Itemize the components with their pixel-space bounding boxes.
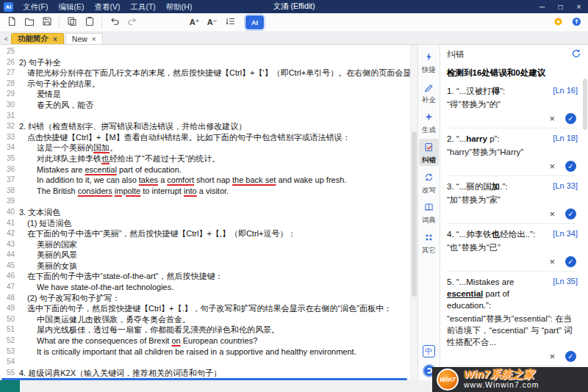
refresh-button[interactable] — [571, 48, 581, 61]
side-tab-quick[interactable]: 快捷 — [419, 48, 439, 76]
editor-line[interactable]: 35对此球队主帅李铁也经给出了“不超过十天”的统计。 — [0, 153, 410, 164]
quote-segment: 4. “...帅李铁 — [447, 230, 492, 239]
close-button[interactable]: × — [570, 0, 588, 13]
maximize-button[interactable]: □ — [551, 0, 570, 13]
error-quote: 1. “...汉被打得”: — [447, 85, 550, 97]
correction-item-head: 3. “...丽的国加.”:[Ln 33] — [447, 181, 578, 192]
editor-line[interactable]: 51屋内光线极佳，透过每一扇窗，你都能看见漂亮的绿色和伦的风景。 — [0, 324, 410, 335]
scrollbar-thumb[interactable] — [412, 131, 417, 297]
editor-line[interactable]: 37In addition to it, we can also takes a… — [0, 175, 410, 186]
editor-line[interactable]: 28示句子补全的结果。 — [0, 79, 410, 90]
correction-item-head: 4. “...帅李铁也经给出..”:[Ln 34] — [447, 228, 578, 240]
editor-line[interactable]: 554. 超级词典K2X（输入关键词，推荐相关的词语和句子） — [0, 368, 410, 379]
editor-line[interactable]: 43美丽的国家 — [0, 239, 410, 250]
editor-line[interactable]: 33点击快捷键【Ctrl】+【M】查看自动纠错结果。比如下面的句子中包含错别字或… — [0, 132, 410, 143]
open-folder-icon — [24, 16, 35, 29]
redo-button[interactable] — [124, 15, 140, 30]
menu-help[interactable]: 帮助(H) — [161, 0, 198, 13]
editor-line[interactable]: 41(1) 短语润色 — [0, 218, 410, 229]
editor-line[interactable]: 262) 句子补全 — [0, 57, 410, 68]
editor-line[interactable]: 50中国奥运健儿击败强敌，勇夺冬奥会首金。 — [0, 314, 410, 325]
reject-button[interactable]: × — [549, 352, 555, 361]
paste-button[interactable] — [82, 15, 97, 30]
line-text: In addition to it, we can also takes a c… — [37, 175, 346, 186]
menu-tools[interactable]: 工具(T) — [125, 0, 160, 13]
panel-scrollbar-thumb[interactable] — [583, 79, 587, 130]
editor-line[interactable]: 31 — [0, 111, 410, 122]
tab-close-icon[interactable]: × — [92, 35, 96, 43]
reject-button[interactable]: × — [549, 161, 555, 171]
theme-button[interactable] — [551, 15, 566, 30]
line-link[interactable]: [Ln 35] — [553, 277, 578, 311]
accept-button[interactable]: ✓ — [565, 351, 576, 362]
quote-segment: 经给出..”: — [500, 230, 535, 239]
side-tab-other[interactable]: 其它 — [419, 229, 439, 256]
editor-line[interactable]: 38The British considers impolte to inter… — [0, 186, 410, 197]
line-number: 43 — [0, 239, 15, 250]
side-tab-rewrite[interactable]: 改写 — [419, 169, 439, 196]
undo-button[interactable] — [107, 15, 122, 30]
editor-line[interactable]: 45美丽的女孩 — [0, 261, 410, 272]
menu-edit[interactable]: 编辑(E) — [53, 0, 89, 13]
line-number: 25 — [0, 46, 15, 57]
line-link[interactable]: [Ln 18] — [553, 134, 578, 145]
tab-scroll-left-button[interactable]: < — [1, 33, 11, 44]
accept-button[interactable]: ✓ — [565, 208, 576, 219]
editor[interactable]: 25262) 句子补全27请把光标分别停在下面几行文本的末尾，然后按快捷键【Ct… — [0, 45, 410, 380]
correction-item: 2. “...harry p”:[Ln 18]“harry”替换为“Harry”… — [447, 128, 578, 176]
side-tab-dictionary[interactable]: 词典 — [419, 199, 439, 226]
reject-button[interactable]: × — [549, 114, 555, 123]
editor-line[interactable]: 52What are the consequences of Brexit on… — [0, 335, 410, 346]
editor-line[interactable]: 34这是一个美丽的国加。 — [0, 142, 410, 153]
editor-line[interactable]: 48(2) 句子改写和句子扩写： — [0, 293, 410, 304]
editor-line[interactable]: 29爱情是 — [0, 89, 410, 100]
font-increase-button[interactable]: A⁺ — [187, 15, 202, 30]
font-decrease-button[interactable]: A⁻ — [204, 15, 220, 30]
open-file-button[interactable] — [21, 15, 37, 30]
reject-button[interactable]: × — [549, 209, 555, 219]
editor-line[interactable]: 322. 纠错（检查错别字、拼写错误和语法错误，并给出修改建议） — [0, 121, 410, 132]
new-file-button[interactable] — [4, 15, 19, 30]
line-spacing-button[interactable] — [222, 15, 237, 30]
editor-line[interactable]: 30春天的风，能否 — [0, 100, 410, 111]
line-link[interactable]: [Ln 34] — [553, 229, 578, 240]
editor-line[interactable]: 47We have state-of-the-art technologies. — [0, 282, 410, 293]
minimize-button[interactable]: ─ — [533, 0, 551, 13]
editor-line[interactable]: 27请把光标分别停在下面几行文本的末尾，然后按快捷键【Ctrl】+【'】（即Ct… — [0, 68, 410, 79]
editor-line[interactable]: 42在下面的句子中选中“美丽”，然后按快捷键【Ctrl】+【,】（即Ctrl+逗… — [0, 228, 410, 239]
side-tab-generate[interactable]: 生成 — [419, 109, 439, 136]
line-link[interactable]: [Ln 33] — [553, 181, 578, 192]
tab-feature-intro[interactable]: 功能简介 × — [11, 33, 64, 44]
update-button[interactable] — [569, 15, 584, 30]
editor-line[interactable]: 46在下面的句子中选中“state-of-the-art”，然后按快捷键： — [0, 271, 410, 282]
editor-line[interactable]: 54 — [0, 357, 410, 368]
window-controls: ─ □ × — [533, 0, 588, 13]
line-text: 4. 超级词典K2X（输入关键词，推荐相关的词语和句子） — [19, 368, 221, 379]
editor-line[interactable]: 25 — [0, 46, 410, 57]
line-number: 40 — [0, 207, 15, 218]
editor-line[interactable]: 403. 文本润色 — [0, 207, 410, 218]
side-tab-correct[interactable]: 纠错 — [419, 139, 439, 166]
save-button[interactable] — [39, 15, 54, 30]
text-segment: 选中下面的句子，然后按快捷键【Ctrl】+【.】，句子改写和扩写的结果会显示在右… — [27, 304, 392, 313]
line-number: 46 — [0, 271, 15, 282]
editor-line[interactable]: 49选中下面的句子，然后按快捷键【Ctrl】+【.】，句子改写和扩写的结果会显示… — [0, 303, 410, 314]
editor-line[interactable]: 53It is critically important that all ch… — [0, 346, 410, 357]
line-link[interactable]: [Ln 16] — [553, 86, 578, 97]
editor-line[interactable]: 39 — [0, 196, 410, 207]
menu-file[interactable]: 文件(F) — [18, 0, 53, 13]
editor-line[interactable]: 36Mistakes are escential part of educati… — [0, 164, 410, 175]
tab-close-icon[interactable]: × — [53, 35, 57, 43]
accept-button[interactable]: ✓ — [565, 161, 576, 172]
accept-button[interactable]: ✓ — [565, 256, 576, 267]
menu-view[interactable]: 查看(V) — [89, 0, 125, 13]
side-tab-complete[interactable]: 补全 — [419, 79, 439, 106]
editor-line[interactable]: 44美丽的风景 — [0, 250, 410, 261]
language-toggle-button[interactable]: 中 — [423, 345, 435, 357]
ai-assistant-button[interactable]: AI — [245, 15, 264, 29]
copy-button[interactable] — [64, 15, 79, 30]
reject-button[interactable]: × — [549, 257, 555, 266]
editor-vertical-scrollbar[interactable] — [410, 45, 417, 380]
accept-button[interactable]: ✓ — [565, 113, 576, 124]
tab-new[interactable]: New × — [65, 33, 103, 44]
